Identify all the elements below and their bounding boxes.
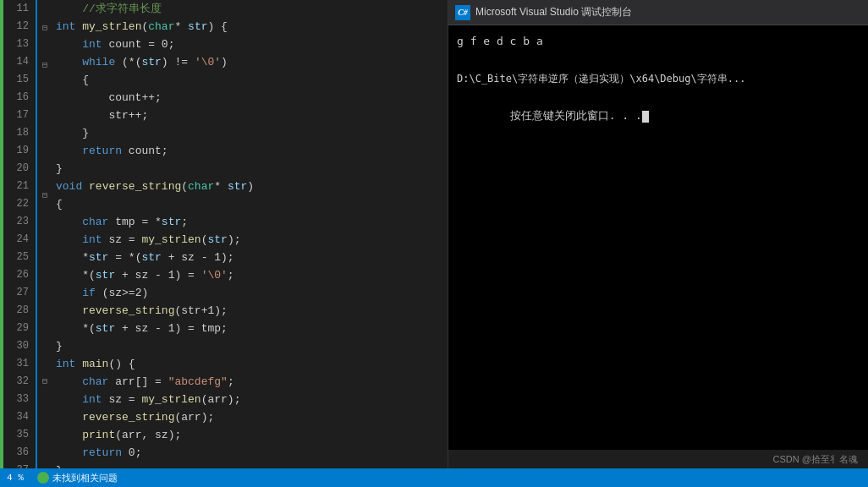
collapse-16 <box>37 94 52 112</box>
collapse-30 <box>37 354 52 372</box>
console-panel: C# Microsoft Visual Studio 调试控制台 g f e d… <box>448 0 868 468</box>
code-line-30: } <box>56 337 448 355</box>
collapse-33 <box>37 410 52 428</box>
code-line-14: while (*(str) != '\0') <box>56 53 448 71</box>
ln-23: 23 <box>3 213 29 231</box>
collapse-24 <box>37 243 52 260</box>
code-lines: //求字符串长度 int my_strlen(char* str) { int … <box>52 0 448 468</box>
collapse-12[interactable]: ⊟ <box>37 19 52 37</box>
code-line-29: *(str + sz - 1) = tmp; <box>56 320 448 337</box>
ln-12: 12 <box>3 18 29 36</box>
ln-34: 34 <box>3 408 29 426</box>
ln-31: 31 <box>3 355 29 373</box>
collapse-25 <box>37 261 52 279</box>
console-output-2 <box>457 51 860 69</box>
ln-30: 30 <box>3 337 29 355</box>
ln-25: 25 <box>3 249 29 266</box>
console-path: D:\C_Bite\字符串逆序（递归实现）\x64\Debug\字符串... <box>457 69 860 88</box>
collapse-20 <box>37 168 52 186</box>
collapse-27 <box>37 298 52 316</box>
code-line-16: count++; <box>56 89 448 107</box>
code-panel: 11 12 13 14 15 16 17 18 19 20 21 22 23 2… <box>0 0 448 468</box>
collapse-13 <box>37 38 52 56</box>
ln-37: 37 <box>3 462 29 468</box>
code-line-23: char tmp = *str; <box>56 213 448 231</box>
ln-21: 21 <box>3 178 29 195</box>
vs-icon: C# <box>455 5 470 20</box>
collapse-18 <box>37 131 52 149</box>
code-line-26: *(str + sz - 1) = '\0'; <box>56 266 448 284</box>
code-line-27: if (sz>=2) <box>56 284 448 302</box>
code-line-33: int sz = my_strlen(arr); <box>56 391 448 408</box>
ln-33: 33 <box>3 391 29 408</box>
code-line-18: } <box>56 124 448 142</box>
console-footer-text: CSDN @拾至丬名魂 <box>773 453 858 466</box>
collapse-22 <box>37 205 52 223</box>
ln-27: 27 <box>3 284 29 302</box>
collapse-26 <box>37 280 52 298</box>
console-prompt: 按任意键关闭此窗口. . . <box>457 88 860 144</box>
code-line-28: reverse_string(str+1); <box>56 302 448 320</box>
code-line-21: void reverse_string(char* str) <box>56 178 448 195</box>
collapse-28 <box>37 317 52 335</box>
collapse-31[interactable]: ⊟ <box>37 373 52 391</box>
collapse-15 <box>37 75 52 93</box>
ln-16: 16 <box>3 89 29 107</box>
collapse-11 <box>37 1 52 19</box>
collapse-19 <box>37 150 52 167</box>
ln-19: 19 <box>3 142 29 160</box>
main-area: 11 12 13 14 15 16 17 18 19 20 21 22 23 2… <box>0 0 868 468</box>
code-line-35: print(arr, sz); <box>56 426 448 444</box>
collapse-35 <box>37 447 52 465</box>
collapse-14[interactable]: ⊟ <box>37 57 52 74</box>
code-line-22: { <box>56 195 448 213</box>
ln-18: 18 <box>3 124 29 142</box>
collapse-34 <box>37 429 52 446</box>
collapse-21[interactable]: ⊟ <box>37 187 52 205</box>
ln-15: 15 <box>3 71 29 89</box>
code-line-37: } <box>56 462 448 468</box>
ln-20: 20 <box>3 160 29 178</box>
collapse-17 <box>37 112 52 130</box>
code-line-19: return count; <box>56 142 448 160</box>
cursor <box>642 111 649 123</box>
code-line-34: reverse_string(arr); <box>56 408 448 426</box>
status-text: 未找到相关问题 <box>52 472 118 484</box>
console-titlebar: C# Microsoft Visual Studio 调试控制台 <box>448 0 868 25</box>
code-line-25: *str = *(str + sz - 1); <box>56 249 448 266</box>
code-line-17: str++; <box>56 107 448 124</box>
status-dot-icon <box>37 472 49 484</box>
ln-26: 26 <box>3 266 29 284</box>
code-line-11: //求字符串长度 <box>56 0 448 18</box>
ln-35: 35 <box>3 426 29 444</box>
console-title: Microsoft Visual Studio 调试控制台 <box>475 5 632 19</box>
ln-17: 17 <box>3 107 29 124</box>
ln-24: 24 <box>3 231 29 249</box>
collapse-23 <box>37 224 52 242</box>
ln-13: 13 <box>3 36 29 53</box>
code-content: 11 12 13 14 15 16 17 18 19 20 21 22 23 2… <box>0 0 448 468</box>
collapse-32 <box>37 391 52 409</box>
code-line-31: int main() { <box>56 355 448 373</box>
code-line-24: int sz = my_strlen(str); <box>56 231 448 249</box>
left-gutter: ⊟ ⊟ ⊟ ⊟ <box>37 0 52 468</box>
code-line-32: char arr[] = "abcdefg"; <box>56 373 448 391</box>
ln-32: 32 <box>3 373 29 391</box>
ln-29: 29 <box>3 320 29 337</box>
ln-14: 14 <box>3 53 29 71</box>
line-numbers: 11 12 13 14 15 16 17 18 19 20 21 22 23 2… <box>3 0 37 468</box>
ln-36: 36 <box>3 444 29 462</box>
code-line-20: } <box>56 160 448 178</box>
collapse-29 <box>37 336 52 353</box>
ln-11: 11 <box>3 0 29 18</box>
zoom-level: 4 % <box>7 473 24 483</box>
code-line-15: { <box>56 71 448 89</box>
code-line-12: int my_strlen(char* str) { <box>56 18 448 36</box>
console-footer: CSDN @拾至丬名魂 <box>448 450 868 468</box>
code-line-36: return 0; <box>56 444 448 462</box>
ln-28: 28 <box>3 302 29 320</box>
status-bar: 4 % 未找到相关问题 <box>0 468 868 487</box>
status-info: 未找到相关问题 <box>37 472 118 484</box>
code-line-13: int count = 0; <box>56 36 448 53</box>
console-output-1: g f e d c b a <box>457 32 860 51</box>
